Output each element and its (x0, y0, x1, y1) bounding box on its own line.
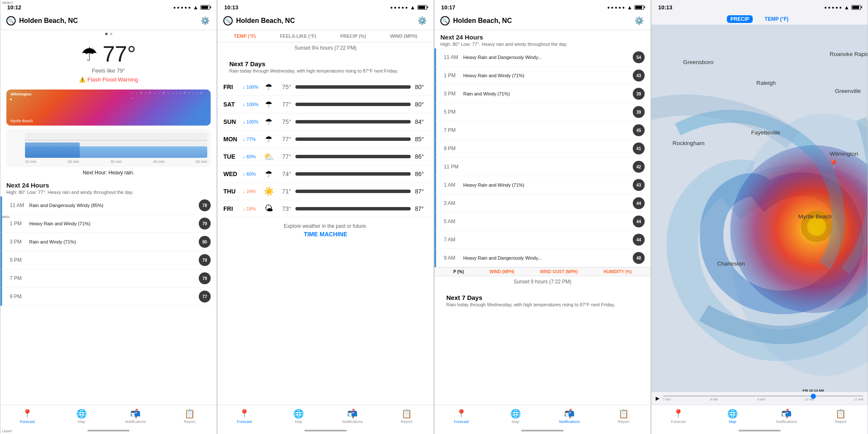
timeline-labels: 7 AM 8 AM 9 AM 10 AM 11 AM (663, 398, 863, 401)
bar-tue (295, 155, 411, 158)
table-row: 5 AM 44 (434, 213, 645, 231)
nav-notifications-2[interactable]: 📬 Notifications (342, 409, 363, 424)
hour-time: 3 PM (10, 239, 26, 245)
tab-temp[interactable]: TEMP (°F) (232, 33, 257, 39)
timeline-9am: 9 AM (757, 398, 765, 401)
nav-label-notifications-2: Notifications (342, 420, 363, 424)
nav-forecast-2[interactable]: 📍 Forecast (234, 409, 255, 424)
notifications-icon-2: 📬 (347, 409, 358, 419)
nav-forecast-1[interactable]: 📍 Forecast (17, 409, 38, 424)
table-row: 9 PM 41 (434, 140, 645, 158)
nav-forecast-4[interactable]: 📍 Forecast (668, 409, 689, 424)
bottom-nav-2: 📍 Forecast 🌐 Map 📬 Notifications 📋 Repor… (217, 405, 434, 430)
forecast-icon: 📍 (22, 409, 33, 419)
day-fri2: FRI (223, 205, 239, 212)
settings-icon-1[interactable]: ⚙️ (200, 15, 211, 26)
feels-like-1: Feels like 79° (92, 67, 125, 74)
play-button[interactable]: ▶ (656, 395, 659, 401)
report-icon: 📋 (184, 409, 195, 419)
tab-precip[interactable]: PRECIP (%) (339, 33, 368, 39)
icon-sat: ☂ (263, 99, 274, 109)
location-search-3[interactable]: 🔍 Holden Beach, NC (440, 16, 512, 25)
location-search-2[interactable]: 🔍 Holden Beach, NC (223, 16, 295, 25)
hour-time: 5 AM (444, 218, 460, 224)
notifications-icon: 📬 (130, 409, 141, 419)
wind-header-wind: WIND (MPH) (490, 269, 514, 274)
table-row: 5 PM 79 (0, 251, 211, 269)
nav-report-3[interactable]: 📋 Report (613, 409, 634, 424)
search-icon-2[interactable]: 🔍 (223, 16, 233, 25)
settings-icon-2[interactable]: ⚙️ (417, 15, 428, 26)
main-weather-1: ☂ 77° Feels like 79° ⚠️ Flash Flood Warn… (0, 36, 217, 86)
radar-map[interactable]: Roanoke Rapids Greensboro Raleigh Greenv… (651, 25, 868, 392)
nav-notifications-1[interactable]: 📬 Notifications (125, 409, 146, 424)
nav-label-report-2: Report (401, 420, 412, 424)
hour-temp: 48 (633, 252, 645, 264)
signal-icon-2: ● ● ● ● ● (390, 5, 408, 10)
bar-fri (295, 85, 411, 89)
hour-temp: 41 (633, 143, 645, 154)
location-search-1[interactable]: 🔍 Holden Beach, NC (6, 16, 78, 25)
screen-1: 10:12 ● ● ● ● ● ▲ 🔍 Holden Beach, NC ⚙️ … (0, 0, 217, 434)
precip-chart-area (25, 132, 207, 158)
hour-time: 1 PM (10, 221, 26, 227)
table-row: THU ↓ 24% ☀️ 71° 87° (217, 183, 434, 200)
nav-map-1[interactable]: 🌐 Map (71, 409, 92, 424)
table-row: 1 PM Heavy Rain and Windy (71%) 79 (0, 215, 211, 233)
map-icon-2: 🌐 (293, 409, 304, 419)
hour-temp: 43 (633, 70, 645, 81)
nav-notifications-4[interactable]: 📬 Notifications (776, 409, 797, 424)
hour-time: 11 AM (444, 54, 460, 60)
low-sun: 75° (278, 118, 291, 125)
low-fri: 75° (278, 84, 291, 90)
icon-tue: ⛅ (263, 151, 274, 162)
nav-forecast-3[interactable]: 📍 Forecast (451, 409, 472, 424)
svg-text:Wilmington: Wilmington (830, 151, 858, 157)
nav-label-notifications-3: Notifications (559, 420, 580, 424)
svg-text:Fayetteville: Fayetteville (751, 130, 780, 136)
timeline-11am: 11 AM (854, 398, 863, 401)
weekly-header-3: Next 7 Days Rain today through Wednesday… (434, 287, 651, 312)
nav-label-forecast-4: Forecast (671, 420, 686, 424)
nav-label-map-1: Map (78, 420, 85, 424)
nav-notifications-3[interactable]: 📬 Notifications (559, 409, 580, 424)
time-2: 10:13 (224, 4, 238, 11)
battery-icon-4 (851, 5, 861, 10)
nav-map-3[interactable]: 🌐 Map (505, 409, 526, 424)
bar-fri2 (295, 207, 411, 210)
time-machine-link[interactable]: TIME MACHINE (223, 231, 428, 238)
tab-wind[interactable]: WIND (MPH) (388, 33, 419, 39)
hour-time: 7 PM (444, 127, 460, 133)
nav-report-1[interactable]: 📋 Report (179, 409, 200, 424)
report-icon-4: 📋 (835, 409, 846, 419)
next24-subtitle-1: High: 80° Low: 77°. Heavy rain and windy… (6, 190, 211, 195)
settings-icon-3[interactable]: ⚙️ (634, 15, 645, 26)
icon-sun: ☂ (263, 117, 274, 127)
hour-temp: 78 (199, 199, 211, 211)
tab-precip-map[interactable]: PRECIP (727, 15, 753, 23)
nav-map-2[interactable]: 🌐 Map (288, 409, 309, 424)
icon-mon: ☂ (263, 134, 274, 144)
timeline-track[interactable]: FRI 10:13 AM (663, 395, 863, 397)
table-row: 7 PM 45 (434, 121, 645, 140)
map-preview-1[interactable]: Wilmington ● Myrtle Beach →→↗→↗→ →↗→→↑→ … (6, 90, 211, 126)
tab-temp-map[interactable]: TEMP (°F) (761, 15, 792, 23)
hour-desc: Heavy Rain and Windy (71%) (463, 73, 629, 78)
nav-report-4[interactable]: 📋 Report (830, 409, 851, 424)
tab-feelslike[interactable]: FEELS-LIKE (°F) (278, 33, 318, 39)
timeline-8am: 8 AM (710, 398, 718, 401)
temp-display-1: ☂ 77° (81, 41, 136, 67)
nav-map-4[interactable]: 🌐 Map (722, 409, 743, 424)
nav-report-2[interactable]: 📋 Report (396, 409, 417, 424)
hour-time: 1 AM (444, 182, 460, 188)
timeline-thumb[interactable] (811, 394, 816, 399)
nav-label-forecast-1: Forecast (20, 420, 35, 424)
hour-time: 9 AM (444, 255, 460, 261)
hour-temp: 45 (633, 124, 645, 136)
hour-desc: Heavy Rain and Dangerously Windy... (463, 54, 629, 60)
daily-list-2: FRI ↓ 100% ☂ 75° 80° SAT ↓ 100% ☂ 77° 80… (217, 78, 434, 217)
search-icon-3[interactable]: 🔍 (440, 16, 450, 25)
day-sat: SAT (223, 101, 239, 108)
high-sun: 84° (415, 118, 428, 125)
map-icon-3: 🌐 (510, 409, 521, 419)
